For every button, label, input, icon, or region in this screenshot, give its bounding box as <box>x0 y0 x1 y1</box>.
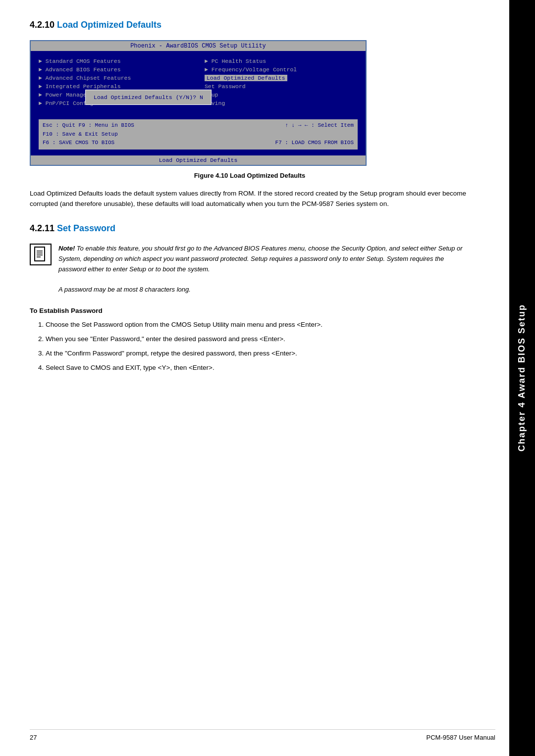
note-text2: A password may be at most 8 characters l… <box>58 286 191 293</box>
side-tab-text: Chapter 4 Award BIOS Setup <box>516 304 528 452</box>
bios-menu-item: ► Advanced Chipset Features <box>39 74 192 82</box>
section-4210-number: 4.2.10 <box>30 20 54 30</box>
bios-title-text: Phoenix - AwardBIOS CMOS Setup Utility <box>130 43 266 50</box>
establish-password-heading: To Establish Password <box>30 307 470 314</box>
bios-footer: Load Optimized Defaults <box>31 155 366 165</box>
note-icon <box>30 244 52 265</box>
bios-dialog-text: Load Optimized Defaults (Y/N)? N <box>94 94 203 101</box>
bios-footer-text: Load Optimized Defaults <box>159 157 238 163</box>
bios-status-line-3: F6 : SAVE CMOS TO BIOS F7 : LOAD CMOS FR… <box>43 139 354 148</box>
bios-spacer <box>39 110 358 119</box>
section-4211-title: Set Password <box>57 223 115 233</box>
step-3-text: At the "Confirm Password" prompt, retype… <box>46 350 297 357</box>
establish-password-steps: Choose the Set Password option from the … <box>46 319 470 374</box>
bios-status-line-1: Esc : Quit F9 : Menu in BIOS ↑ ↓ → ← : S… <box>43 121 354 130</box>
section-4210-heading: 4.2.10 Load Optimized Defaults <box>30 20 470 30</box>
bios-dialog: Load Optimized Defaults (Y/N)? N <box>85 90 212 105</box>
step-1: Choose the Set Password option from the … <box>46 319 470 331</box>
step-1-text: Choose the Set Password option from the … <box>46 321 322 328</box>
bios-menu-item: ► PC Health Status <box>205 57 358 65</box>
page-number: 27 <box>30 734 37 741</box>
step-2: When you see "Enter Password," enter the… <box>46 334 470 345</box>
document-icon <box>34 247 48 262</box>
step-3: At the "Confirm Password" prompt, retype… <box>46 348 470 359</box>
section-4210-body: Load Optimized Defaults loads the defaul… <box>30 188 470 209</box>
bios-body: ► Standard CMOS Features ► Advanced BIOS… <box>31 51 366 155</box>
note-label: Note! <box>58 245 75 252</box>
section-4211-number: 4.2.11 <box>30 223 54 233</box>
bios-menu-item: Saving <box>205 99 358 107</box>
bios-menu-item: Set Password <box>205 82 358 91</box>
bios-menu-item: ► Advanced BIOS Features <box>39 65 192 74</box>
bios-screenshot: Phoenix - AwardBIOS CMOS Setup Utility ►… <box>30 40 367 166</box>
bios-status-line-2: F10 : Save & Exit Setup <box>43 130 354 139</box>
bios-menu-item: etup <box>205 91 358 99</box>
note-text: To enable this feature, you should first… <box>58 245 463 273</box>
figure-caption-4210: Figure 4.10 Load Optimized Defaults <box>30 172 470 179</box>
bios-menu-right: ► PC Health Status ► Frequency/Voltage C… <box>205 57 358 107</box>
svg-rect-0 <box>35 247 45 261</box>
page-footer: 27 PCM-9587 User Manual <box>30 729 495 741</box>
note-box: Note! To enable this feature, you should… <box>30 244 470 295</box>
manual-name: PCM-9587 User Manual <box>427 734 495 741</box>
step-2-text: When you see "Enter Password," enter the… <box>46 335 285 343</box>
section-4211-heading: 4.2.11 Set Password <box>30 223 470 234</box>
bios-menu-item: Load Optimized Defaults <box>205 74 358 82</box>
note-content: Note! To enable this feature, you should… <box>58 244 470 295</box>
step-4: Select Save to CMOS and EXIT, type <Y>, … <box>46 362 470 374</box>
bios-status-bar: Esc : Quit F9 : Menu in BIOS ↑ ↓ → ← : S… <box>39 119 358 150</box>
side-tab: Chapter 4 Award BIOS Setup <box>509 0 535 756</box>
bios-title-bar: Phoenix - AwardBIOS CMOS Setup Utility <box>31 41 366 51</box>
main-content: 4.2.10 Load Optimized Defaults Phoenix -… <box>0 0 509 756</box>
step-4-text: Select Save to CMOS and EXIT, type <Y>, … <box>46 364 214 371</box>
bios-menu-item: ► Standard CMOS Features <box>39 57 192 65</box>
section-4210-title: Load Optimized Defaults <box>57 20 161 30</box>
bios-menu-item: ► Frequency/Voltage Control <box>205 65 358 74</box>
